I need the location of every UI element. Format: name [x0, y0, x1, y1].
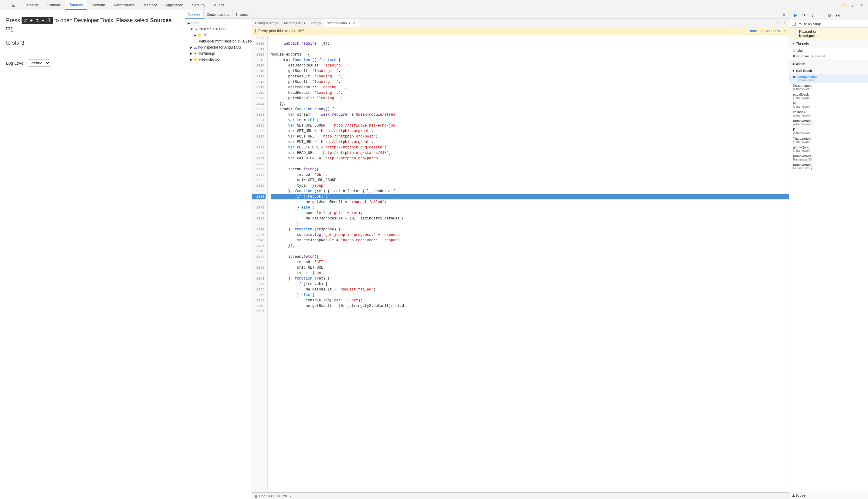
watch-section-header[interactable]: ▶ Watch — [790, 60, 868, 67]
tab-network[interactable]: Network — [87, 0, 110, 10]
tab-arrow-left-icon[interactable]: ‹ — [774, 20, 781, 26]
tab-security[interactable]: Security — [188, 0, 210, 10]
stack-frame-0-file: stream-demo. — [797, 78, 817, 82]
stack-frame-0-info: (anonymous) stream-demo. — [797, 75, 817, 82]
file-tab-http-js[interactable]: Http.js — [308, 19, 324, 27]
stack-frame-10-file: EventEmitter.j — [793, 167, 864, 170]
tree-item-lib[interactable]: ▶ 📁 lib — [185, 32, 252, 38]
file-tab-stream-demo[interactable]: stream-demo.js ✕ — [324, 19, 359, 27]
code-viewer[interactable]: 2309 2310 2311 2312 2313 2314 2315 2316 … — [252, 35, 789, 492]
shortcut-badge: ⌘ + ⌥ + J — [22, 17, 53, 24]
deactivate-breakpoints-btn[interactable]: ⊘ — [826, 12, 833, 19]
code-line-2341: console.log('get:' + ret); — [271, 210, 789, 216]
thread-runtime[interactable]: Runtime.js paused — [792, 53, 866, 59]
tree-item-weex[interactable]: ▶ 📁 weex-devtool — [185, 57, 252, 62]
file-tab-close-icon[interactable]: ✕ — [353, 21, 356, 25]
tab-memory[interactable]: Memory — [139, 0, 161, 10]
tab-sources[interactable]: Sources — [65, 0, 87, 10]
code-line-2346: me.getJsonpResult = "bytes received:" + … — [271, 238, 789, 243]
tab-application[interactable]: Application — [161, 0, 188, 10]
stack-frame-4[interactable]: callback js-framework. — [790, 109, 868, 118]
stack-frame-8[interactable]: global.(ano... js-framework. — [790, 145, 868, 153]
tab-arrow-right-icon[interactable]: › — [781, 20, 788, 26]
stack-frame-0[interactable]: (anonymous) stream-demo. — [790, 74, 868, 83]
line-num-2323: 2323 — [252, 112, 266, 118]
tab-console[interactable]: Console — [43, 0, 65, 10]
sources-subtab-snippets[interactable]: Snippets — [232, 10, 252, 19]
call-stack-section-header[interactable]: ▼ Call Stack — [790, 68, 868, 74]
main-layout: Press ⌘ + ⌥ + J to open Developer Tools.… — [0, 10, 868, 499]
pretty-print-close-icon[interactable]: ✕ — [783, 29, 786, 33]
tree-item-debugger-html[interactable]: 📄 debugger.html?sessionId=jaj21cq5... — [185, 38, 252, 44]
tab-performance[interactable]: Performance — [110, 0, 139, 10]
tree-item-top[interactable]: ▶ □ top — [185, 20, 252, 26]
stack-frame-6[interactable]: Rt js-framework. — [790, 127, 868, 136]
threads-section-header[interactable]: ▼ Threads — [790, 40, 868, 47]
line-num-2312: 2312 — [252, 52, 266, 57]
thread-runtime-status: paused — [815, 54, 825, 58]
code-line-2332 — [271, 161, 789, 167]
pause-on-caught-checkbox[interactable] — [792, 22, 796, 26]
info-icon: ℹ — [255, 28, 256, 33]
line-num-2344: 2344 — [252, 227, 266, 232]
code-line-2335: url: GET_URL_JSONP, — [271, 178, 789, 183]
pretty-print-more-link[interactable]: more — [750, 29, 758, 33]
line-num-2325: 2325 — [252, 123, 266, 129]
stack-frame-5[interactable]: (anonymous) js-framework. — [790, 118, 868, 127]
scope-section-header[interactable]: ▶ Scope — [790, 492, 868, 499]
step-into-btn[interactable]: ↓ — [809, 12, 816, 19]
device-toolbar-icon[interactable]: ⊡ — [10, 2, 17, 9]
stack-frame-2-file: js-framework. — [793, 96, 864, 99]
stack-frame-7[interactable]: Tn.cc.(anon... js-framework. — [790, 136, 868, 145]
line-num-2311: 2311 — [252, 47, 266, 52]
sources-tag: Sources — [150, 17, 172, 23]
alert-icon[interactable]: ⚠ 2 — [840, 2, 847, 9]
format-icon[interactable]: {} — [255, 494, 257, 498]
stack-frame-9-fn: (anonymous) — [793, 154, 864, 158]
inspect-icon[interactable]: ⬚ — [2, 2, 9, 9]
code-line-2330: var HEAD_URL = 'http://httpbin.org/statu… — [271, 150, 789, 156]
stack-frame-11[interactable]: _emit EventEmitter.j — [790, 171, 868, 171]
tree-item-runtime-js[interactable]: ▶ ✦ Runtime.js — [185, 50, 252, 57]
more-options-icon[interactable]: ⋮ — [849, 2, 856, 9]
file-tab-memory-file[interactable]: MemoryFile.js — [281, 19, 308, 27]
stack-frame-8-fn: global.(ano... — [793, 145, 864, 149]
sources-subtab-sources[interactable]: Sources — [185, 10, 204, 19]
stack-frame-0-inner: (anonymous) stream-demo. — [793, 75, 864, 82]
folder-lib-icon: 📁 — [197, 33, 201, 37]
code-line-2325: var GET_URL_JSONP = 'http://jsfiddle.net… — [271, 123, 789, 129]
line-num-2321: 2321 — [252, 101, 266, 107]
line-num-2341: 2341 — [252, 210, 266, 216]
file-tab-debug-server[interactable]: DebugServer.js — [252, 19, 281, 27]
step-over-btn[interactable]: ↷ — [800, 12, 808, 19]
tab-elements[interactable]: Elements — [19, 0, 43, 10]
long-resume-btn[interactable]: ⏭ — [834, 12, 842, 19]
paused-breakpoint-text: breakpoint — [799, 34, 818, 38]
devtools-right-actions: ⚠ 2 ⋮ ✕ — [837, 0, 868, 10]
stack-frame-9[interactable]: (anonymous) Runtime.js:30 — [790, 153, 868, 162]
code-line-2353: }, function (ret) { — [271, 276, 789, 281]
sources-more-icon[interactable]: » — [781, 11, 787, 18]
stack-frame-2[interactable]: rc.callback js-framework. — [790, 92, 868, 100]
code-line-2351: url: GET_URL, — [271, 265, 789, 270]
step-out-btn[interactable]: ↑ — [817, 12, 824, 19]
close-devtools-icon[interactable]: ✕ — [858, 2, 865, 9]
stack-frame-3[interactable]: bt js-framework. — [790, 100, 868, 109]
stack-frame-6-file: js-framework. — [793, 131, 864, 135]
stack-frame-1[interactable]: Xu.consume js-framework. — [790, 83, 868, 92]
resume-btn[interactable]: ▶ — [792, 12, 799, 19]
tree-item-server[interactable]: ▼ ☁ 30.8.57.138:8088 — [185, 26, 252, 32]
stack-frame-10[interactable]: (anonymous) EventEmitter.j — [790, 162, 868, 171]
pretty-print-never-show-link[interactable]: never show — [761, 29, 780, 33]
tab-audits[interactable]: Audits — [210, 0, 229, 10]
line-num-2324: 2324 — [252, 118, 266, 123]
pretty-print-message: Pretty-print this minified file? — [258, 29, 304, 33]
stack-frame-3-fn: bt — [793, 101, 864, 105]
line-num-2340: 2340 — [252, 205, 266, 210]
thread-main[interactable]: Main — [792, 48, 866, 53]
log-level-select[interactable]: debug info warn error — [28, 59, 50, 67]
pause-on-caught-label[interactable]: Pause on caugr... — [798, 22, 824, 26]
tree-item-label-debugger-html: debugger.html?sessionId=jaj21cq5... — [199, 39, 252, 44]
sources-subtab-content-scripts[interactable]: Content scripts — [204, 10, 232, 19]
tree-item-ng-inspector[interactable]: ▶ ☁ ng-inspector for AngularJS — [185, 44, 252, 50]
